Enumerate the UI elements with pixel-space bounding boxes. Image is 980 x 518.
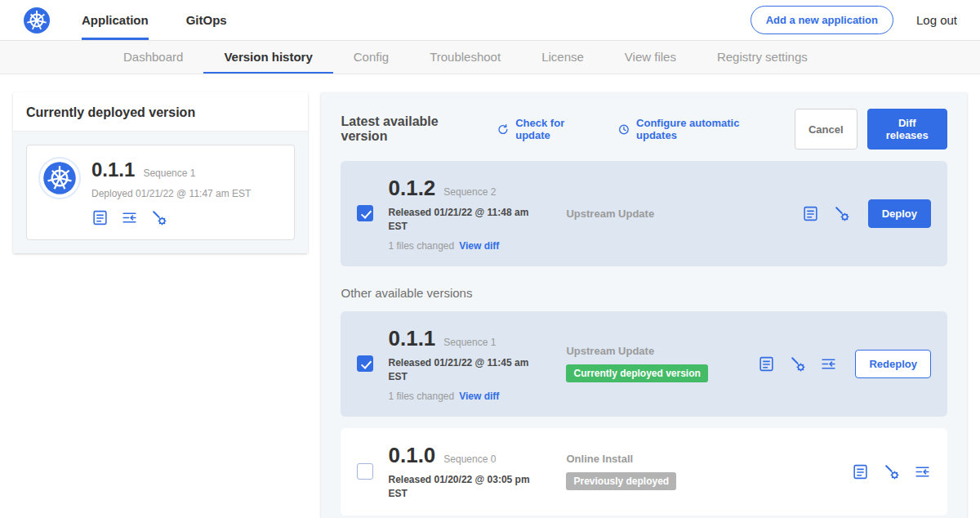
- previously-deployed-badge: Previously deployed: [566, 472, 676, 490]
- deployed-panel-body: 0.1.1 Sequence 1 Deployed 01/21/22 @ 11:…: [13, 131, 308, 253]
- topnav-right: Add a new application Log out: [751, 0, 957, 40]
- other-versions-title: Other available versions: [341, 286, 947, 300]
- config-gear-icon[interactable]: [883, 463, 900, 480]
- cancel-button[interactable]: Cancel: [795, 109, 858, 150]
- files-changed: 1 files changed: [388, 240, 454, 252]
- available-panel-title: Latest available version: [341, 114, 479, 144]
- version-sequence: Sequence 1: [443, 337, 496, 348]
- version-source: Upstream Update: [566, 208, 758, 220]
- version-source-col: Upstream Update: [566, 208, 758, 220]
- view-diff-link[interactable]: View diff: [459, 240, 499, 252]
- tab-registry-settings[interactable]: Registry settings: [697, 41, 828, 74]
- deploy-button[interactable]: Deploy: [868, 199, 931, 228]
- version-actions: Deploy: [802, 199, 931, 228]
- version-actions: Redeploy: [758, 350, 931, 378]
- deployed-timestamp: Deployed 01/21/22 @ 11:47 am EST: [91, 188, 251, 199]
- version-sequence: Sequence 0: [443, 453, 496, 465]
- check-for-update-link[interactable]: Check for update: [497, 117, 596, 141]
- clock-icon: [617, 123, 630, 136]
- version-source-col: Upstream Update Currently deployed versi…: [566, 345, 758, 382]
- deployed-version-card: 0.1.1 Sequence 1 Deployed 01/21/22 @ 11:…: [26, 145, 295, 240]
- currently-deployed-badge: Currently deployed version: [566, 364, 707, 382]
- deployed-version-sequence: Sequence 1: [143, 167, 195, 179]
- view-diff-link[interactable]: View diff: [459, 391, 499, 402]
- kubernetes-logo-icon: [23, 7, 51, 34]
- version-checkbox[interactable]: [357, 355, 373, 372]
- add-application-button[interactable]: Add a new application: [751, 6, 893, 34]
- version-info: 0.1.0 Sequence 0 Released 01/20/22 @ 03:…: [388, 443, 566, 502]
- released-date: Released 01/21/22 @ 11:45 am EST: [388, 356, 539, 385]
- tab-view-files[interactable]: View files: [604, 41, 697, 74]
- top-navbar: Application GitOps Add a new application…: [0, 0, 980, 41]
- tab-troubleshoot[interactable]: Troubleshoot: [409, 41, 521, 74]
- version-row-010: 0.1.0 Sequence 0 Released 01/20/22 @ 03:…: [341, 428, 947, 516]
- kubernetes-app-icon: [42, 161, 77, 195]
- version-number: 0.1.1: [388, 326, 435, 351]
- kubernetes-logo[interactable]: [23, 7, 51, 34]
- tab-license[interactable]: License: [521, 41, 604, 74]
- logout-link[interactable]: Log out: [916, 13, 957, 27]
- version-checkbox[interactable]: [357, 463, 373, 480]
- version-source-col: Online Install Previously deployed: [566, 453, 758, 490]
- tab-config[interactable]: Config: [333, 41, 409, 74]
- version-source: Upstream Update: [566, 345, 758, 357]
- redeploy-button[interactable]: Redeploy: [855, 350, 931, 378]
- diff-releases-button[interactable]: Diff releases: [867, 109, 947, 150]
- configure-updates-label: Configure automatic updates: [636, 117, 773, 141]
- release-notes-icon[interactable]: [758, 355, 775, 373]
- available-versions-panel: Latest available version Check for updat…: [321, 92, 967, 518]
- version-checkbox[interactable]: [357, 205, 373, 221]
- nav-application[interactable]: Application: [82, 0, 149, 40]
- released-date: Released 01/21/22 @ 11:48 am EST: [388, 206, 539, 234]
- refresh-icon: [497, 123, 510, 136]
- app-tabs: Dashboard Version history Config Trouble…: [0, 41, 980, 74]
- released-date: Released 01/20/22 @ 03:05 pm EST: [388, 473, 539, 502]
- version-info: 0.1.2 Sequence 2 Released 01/21/22 @ 11:…: [388, 176, 566, 252]
- version-actions: [852, 463, 931, 480]
- tab-version-history[interactable]: Version history: [203, 41, 332, 74]
- version-sequence: Sequence 2: [443, 186, 496, 198]
- deployed-version-actions: [91, 209, 251, 226]
- app-icon: [40, 159, 79, 198]
- deployed-version-info: 0.1.1 Sequence 1 Deployed 01/21/22 @ 11:…: [91, 159, 251, 226]
- main-content: Currently deployed version: [0, 74, 980, 518]
- config-gear-icon[interactable]: [789, 355, 806, 373]
- header-actions: Cancel Diff releases: [795, 109, 947, 150]
- primary-nav: Application GitOps: [82, 0, 265, 40]
- version-info: 0.1.1 Sequence 1 Released 01/21/22 @ 11:…: [388, 326, 566, 402]
- diff-lines-icon[interactable]: [121, 209, 138, 226]
- diff-lines-icon[interactable]: [914, 463, 931, 480]
- check-for-update-label: Check for update: [515, 117, 596, 141]
- release-notes-icon[interactable]: [852, 463, 869, 480]
- config-gear-icon[interactable]: [150, 209, 167, 226]
- files-changed: 1 files changed: [388, 391, 454, 402]
- release-notes-icon[interactable]: [91, 209, 109, 226]
- version-number: 0.1.0: [388, 443, 435, 468]
- tab-dashboard[interactable]: Dashboard: [103, 41, 203, 74]
- version-number: 0.1.2: [388, 176, 435, 201]
- deployed-version-number: 0.1.1: [91, 159, 135, 181]
- version-source: Online Install: [566, 453, 758, 465]
- config-gear-icon[interactable]: [833, 205, 850, 222]
- available-panel-header: Latest available version Check for updat…: [341, 109, 947, 150]
- deployed-version-panel: Currently deployed version: [13, 92, 308, 253]
- version-row-011: 0.1.1 Sequence 1 Released 01/21/22 @ 11:…: [341, 311, 947, 417]
- configure-updates-link[interactable]: Configure automatic updates: [617, 117, 773, 141]
- version-row-012: 0.1.2 Sequence 2 Released 01/21/22 @ 11:…: [341, 161, 947, 266]
- deployed-panel-title: Currently deployed version: [13, 92, 308, 131]
- diff-lines-icon[interactable]: [820, 355, 837, 373]
- release-notes-icon[interactable]: [802, 205, 819, 222]
- nav-gitops[interactable]: GitOps: [186, 0, 227, 40]
